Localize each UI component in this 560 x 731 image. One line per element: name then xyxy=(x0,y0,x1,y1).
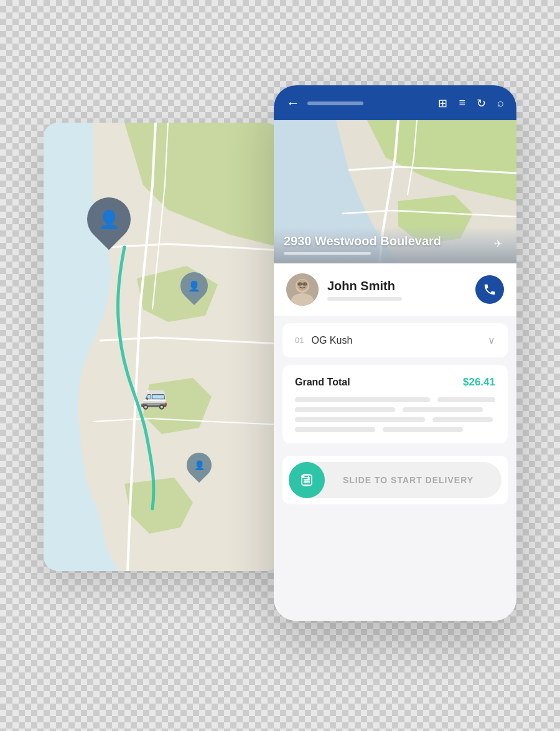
address-bar xyxy=(284,252,371,255)
total-row: Grand Total $26.41 xyxy=(295,376,495,389)
total-label: Grand Total xyxy=(295,377,350,388)
phone-map: 2930 Westwood Boulevard ✈ xyxy=(274,120,516,263)
person-icon-2: 👤 xyxy=(188,280,200,292)
customer-bar xyxy=(327,297,402,301)
detail-row-1 xyxy=(295,397,495,402)
navigate-button[interactable]: ✈ xyxy=(488,233,508,253)
phone-header: ← ⊞ ≡ ↻ ⌕ xyxy=(274,85,516,120)
order-item-name: OG Kush xyxy=(311,335,352,346)
order-number: 01 xyxy=(295,336,304,345)
slide-label: SLIDE TO START DELIVERY xyxy=(325,475,492,485)
customer-info: John Smith xyxy=(286,273,402,306)
header-icons: ⊞ ≡ ↻ ⌕ xyxy=(438,97,504,110)
detail-row-3 xyxy=(295,417,495,422)
document-icon[interactable]: ≡ xyxy=(459,97,465,110)
detail-line xyxy=(432,417,493,422)
map-pin-small: 👤 xyxy=(187,453,212,478)
person-icon: 👤 xyxy=(98,209,120,230)
detail-row-2 xyxy=(295,407,495,412)
customer-section: John Smith xyxy=(274,263,516,316)
detail-lines xyxy=(295,397,495,432)
total-amount: $26.41 xyxy=(463,376,495,389)
slide-track[interactable]: SLIDE TO START DELIVERY xyxy=(289,462,502,498)
total-section: Grand Total $26.41 xyxy=(282,365,508,443)
customer-details: John Smith xyxy=(327,279,402,301)
search-icon[interactable]: ⌕ xyxy=(497,97,504,110)
refresh-icon[interactable]: ↻ xyxy=(477,97,486,110)
detail-line xyxy=(383,427,463,432)
map-pin-medium: 👤 xyxy=(180,272,208,299)
phone-card: ← ⊞ ≡ ↻ ⌕ xyxy=(274,85,516,621)
detail-line xyxy=(295,417,425,422)
customer-name: John Smith xyxy=(327,279,402,293)
background-map-card: 👤 👤 👤 🚐 xyxy=(44,123,280,571)
detail-line xyxy=(403,407,483,412)
van-icon: 🚐 xyxy=(140,384,168,410)
phone-body: John Smith 01 OG Kush ∨ xyxy=(274,263,516,621)
detail-line xyxy=(295,407,395,412)
chevron-down-icon[interactable]: ∨ xyxy=(488,334,495,346)
detail-line xyxy=(295,397,430,402)
call-button[interactable] xyxy=(475,275,504,304)
address-text: 2930 Westwood Boulevard xyxy=(284,234,506,248)
order-item-left: 01 OG Kush xyxy=(295,335,352,346)
svg-point-7 xyxy=(304,283,306,285)
back-button[interactable]: ← xyxy=(286,95,300,111)
detail-line xyxy=(437,397,495,402)
slide-handle[interactable] xyxy=(289,462,325,498)
header-bar xyxy=(307,101,363,105)
person-icon-3: 👤 xyxy=(194,460,205,470)
detail-row-4 xyxy=(295,427,495,432)
map-pin-large: 👤 xyxy=(87,197,131,241)
slide-section: SLIDE TO START DELIVERY xyxy=(282,456,508,504)
address-overlay: 2930 Westwood Boulevard xyxy=(274,227,516,263)
order-section: 01 OG Kush ∨ xyxy=(282,323,508,357)
avatar xyxy=(286,273,319,306)
detail-line xyxy=(295,427,375,432)
copy-icon[interactable]: ⊞ xyxy=(438,97,447,110)
svg-point-6 xyxy=(299,283,301,285)
